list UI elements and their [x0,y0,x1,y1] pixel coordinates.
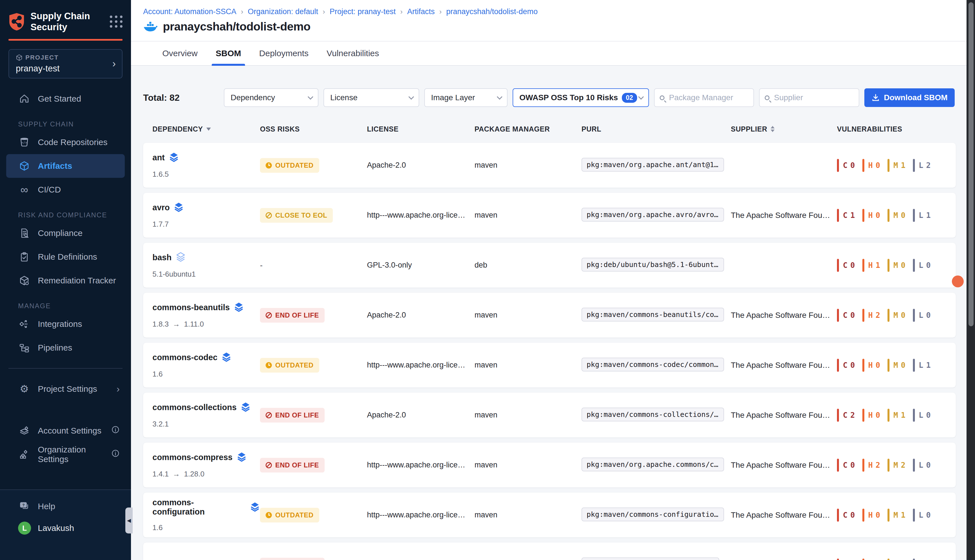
dependency-name[interactable]: commons-configuration [152,498,246,517]
dependency-name[interactable]: commons-compress [152,453,233,462]
sidebar-item-remediation-tracker[interactable]: Remediation Tracker [0,269,131,292]
slash-icon [266,462,272,468]
purl-chip[interactable]: pkg:maven/commons-configuration/… [582,508,724,521]
vuln-l: L1 [913,359,931,372]
app-title: Supply Chain Security [30,11,95,33]
tab-vulnerabilities[interactable]: Vulnerabilities [327,42,379,65]
dependency-name[interactable]: commons-beanutils [152,303,230,312]
slash-icon [266,412,272,418]
dependency-name[interactable]: avro [152,203,170,212]
table-row[interactable]: commons-fileuploadEND OF LIFEApache-2.0m… [143,542,956,560]
page-scrollbar[interactable] [967,0,975,560]
table-row[interactable]: avro1.7.7CLOSE TO EOLhttp---www.apache.o… [143,193,956,238]
package-manager-search-input[interactable] [669,93,748,102]
upgrade-arrow-icon [173,470,180,478]
floating-notification-dot[interactable] [952,275,964,287]
vulnerability-counts[interactable]: C0H0M1L0 [837,508,956,522]
image-layer-filter-select[interactable]: Image Layer [424,88,508,107]
table-row[interactable]: commons-configuration1.6OUTDATEDhttp---w… [143,493,956,537]
sidebar-item-label: Compliance [38,228,82,238]
purl-chip[interactable]: pkg:maven/org.apache.commons/com… [582,458,724,472]
severity-bar [837,558,839,560]
scrollbar-thumb[interactable] [968,2,973,326]
vuln-m: M0 [887,259,905,272]
vulnerability-counts[interactable]: C2H0M1L0 [837,409,956,422]
purl-chip[interactable]: pkg:maven/commons-beanutils/comm… [582,308,724,322]
sidebar-item-pipelines[interactable]: Pipelines [0,336,131,360]
vulnerability-counts[interactable]: C0H2M0L0 [837,309,956,322]
dependency-name[interactable]: bash [152,253,172,262]
tab-overview[interactable]: Overview [162,42,198,65]
cube-wrench-icon [18,275,30,286]
package-manager-value: maven [475,211,582,220]
vulnerability-counts[interactable]: C1H0M0L0 [837,558,956,560]
vulnerability-counts[interactable]: C1H0M0L1 [837,209,956,222]
sidebar-item-ci-cd[interactable]: ∞CI/CD [0,178,131,202]
vuln-h: H0 [862,409,880,422]
col-supplier[interactable]: SUPPLIER [731,125,837,133]
table-row[interactable]: commons-compress1.4.11.28.0END OF LIFEht… [143,443,956,487]
sidebar-item-organization-settings[interactable]: Organization Settings [0,443,131,466]
severity-bar [837,259,839,272]
purl-chip[interactable]: pkg:deb/ubuntu/bash@5.1-6ubuntu1 [582,258,724,272]
purl-chip[interactable]: pkg:maven/commons-codec/commons-… [582,358,724,372]
sidebar-item-artifacts[interactable]: Artifacts [6,154,125,178]
dependency-version: 1.6.5 [152,170,260,179]
user-menu[interactable]: L Lavakush [0,522,131,535]
breadcrumb-link[interactable]: Project: pranay-test [330,7,396,16]
supplier-search[interactable] [759,88,859,107]
sidebar-item-label: Account Settings [38,426,101,435]
owasp-risks-filter-select[interactable]: OWASP OSS Top 10 Risks 02 [513,88,649,107]
dependency-name[interactable]: commons-codec [152,353,217,362]
tab-deployments[interactable]: Deployments [259,42,308,65]
severity-bar [837,409,839,422]
license-filter-select[interactable]: License [323,88,419,107]
license-value: Apache-2.0 [367,411,475,420]
breadcrumb-link[interactable]: Organization: default [248,7,318,16]
app-switcher-grid-icon[interactable] [110,15,123,28]
purl-chip[interactable]: pkg:maven/commons-fileupload/… [582,557,719,560]
breadcrumb-separator: › [400,7,403,16]
sidebar-item-compliance[interactable]: Compliance [0,221,131,245]
sidebar-item-rule-definitions[interactable]: Rule Definitions [0,245,131,269]
severity-bar [887,558,890,560]
sidebar-item-get-started[interactable]: Get Started [0,87,131,111]
supplier-value: The Apache Software Foun… [731,211,837,220]
breadcrumb-link[interactable]: Account: Automation-SSCA [143,7,236,16]
sidebar-item-account-settings[interactable]: Account Settings [0,419,131,443]
purl-chip[interactable]: pkg:maven/org.apache.avro/avro@1… [582,208,724,222]
sidebar-collapse-handle[interactable]: ◀ [125,508,133,533]
purl-chip[interactable]: pkg:maven/commons-collections/co… [582,408,724,422]
vulnerability-counts[interactable]: C0H2M2L0 [837,459,956,472]
breadcrumb-link[interactable]: pranaycshah/todolist-demo [446,7,538,16]
oss-risk-badge: CLOSE TO EOL [260,208,333,223]
vulnerability-counts[interactable]: C0H0M0L1 [837,359,956,372]
download-sbom-button[interactable]: Download SBOM [864,88,955,107]
table-row[interactable]: commons-collections3.2.1END OF LIFEApach… [143,393,956,438]
content: Total: 82 Dependency License Image Layer… [131,88,975,560]
purl-chip[interactable]: pkg:maven/org.apache.ant/ant@1.6… [582,158,724,172]
vuln-l: L1 [913,209,931,222]
org-gear-icon [18,449,30,460]
package-manager-search[interactable] [654,88,754,107]
vulnerability-counts[interactable]: C0H0M1L2 [837,159,956,172]
vulnerability-counts[interactable]: C0H1M0L0 [837,259,956,272]
supplier-search-input[interactable] [774,93,853,102]
col-dependency[interactable]: DEPENDENCY [152,125,260,133]
table-row[interactable]: ant1.6.5OUTDATEDApache-2.0mavenpkg:maven… [143,143,956,188]
dependency-name[interactable]: ant [152,153,165,162]
oss-risk-badge: OUTDATED [260,508,319,522]
sidebar-item-integrations[interactable]: Integrations [0,312,131,336]
sidebar-item-code-repositories[interactable]: </>Code Repositories [0,130,131,154]
project-selector[interactable]: PROJECT pranay-test › [8,49,123,78]
sidebar-item-help[interactable]: ?Help [0,495,131,518]
table-row[interactable]: commons-codec1.6OUTDATEDhttp---www.apach… [143,343,956,388]
dependency-name[interactable]: commons-collections [152,403,237,412]
dependency-filter-select[interactable]: Dependency [224,88,318,107]
tab-sbom[interactable]: SBOM [216,42,241,65]
table-row[interactable]: commons-beanutils1.8.31.11.0END OF LIFEA… [143,293,956,338]
sidebar-section-heading: SUPPLY CHAIN [0,118,131,130]
breadcrumb-link[interactable]: Artifacts [407,7,435,16]
sidebar-item-project-settings[interactable]: ⚙Project Settings› [0,377,131,401]
table-row[interactable]: bash5.1-6ubuntu1-GPL-3.0-onlydebpkg:deb/… [143,243,956,288]
